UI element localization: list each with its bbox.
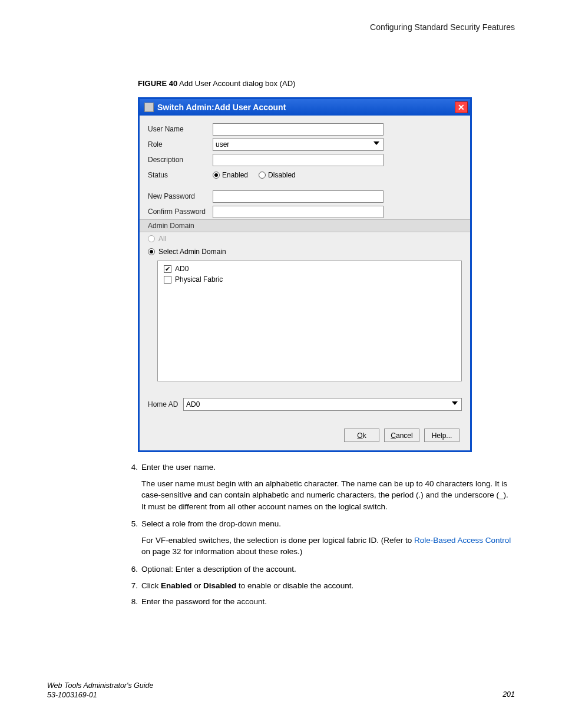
step-number: 6. xyxy=(125,564,138,575)
cancel-button[interactable]: Cancel xyxy=(384,429,419,442)
description-input[interactable] xyxy=(213,154,384,166)
t: to enable or disable the account. xyxy=(236,581,353,590)
chevron-down-icon xyxy=(452,401,458,405)
app-icon xyxy=(144,103,154,112)
status-disabled-radio[interactable]: Disabled xyxy=(259,171,296,179)
description-label: Description xyxy=(148,156,213,164)
rbac-link[interactable]: Role-Based Access Control xyxy=(414,536,511,545)
ad-all-label: All xyxy=(158,235,166,243)
ad-select-radio[interactable]: Select Admin Domain xyxy=(140,245,470,258)
ok-button[interactable]: Ok xyxy=(344,429,379,442)
checkbox-icon xyxy=(164,276,171,284)
figure-label: FIGURE 40 xyxy=(138,79,177,88)
radio-icon xyxy=(213,172,220,179)
status-enabled-radio[interactable]: Enabled xyxy=(213,171,248,179)
help-button[interactable]: Help... xyxy=(424,429,459,442)
radio-icon xyxy=(148,235,155,242)
username-label: User Name xyxy=(148,125,213,133)
step-5: Select a role from the drop-down menu. xyxy=(141,518,515,530)
instruction-steps: 4. Enter the user name. The user name mu… xyxy=(125,462,515,608)
admin-domain-section: Admin Domain xyxy=(140,219,470,232)
username-input[interactable] xyxy=(213,123,384,136)
radio-icon xyxy=(259,172,266,179)
ad-item-label: AD0 xyxy=(175,265,189,273)
t: Disabled xyxy=(203,581,236,590)
new-password-input[interactable] xyxy=(213,190,384,203)
step-number: 7. xyxy=(125,580,138,592)
step-7: Click Enabled or Disabled to enable or d… xyxy=(141,580,515,592)
page-header: Configuring Standard Security Features xyxy=(370,22,515,32)
status-label: Status xyxy=(148,171,213,179)
dialog-title: Switch Admin:Add User Account xyxy=(157,103,455,112)
figure-caption: FIGURE 40 Add User Account dialog box (A… xyxy=(138,79,515,88)
ad-select-label: Select Admin Domain xyxy=(158,248,226,256)
step-8: Enter the password for the account. xyxy=(141,596,515,608)
step-4-detail: The user name must begin with an alphabe… xyxy=(141,478,515,513)
status-disabled-label: Disabled xyxy=(268,171,296,179)
step-5-text-b: on page 32 for information about these r… xyxy=(141,547,302,556)
status-enabled-label: Enabled xyxy=(222,171,248,179)
dialog-titlebar[interactable]: Switch Admin:Add User Account ✕ xyxy=(140,99,470,116)
admin-domain-list[interactable]: AD0 Physical Fabric xyxy=(157,261,462,381)
step-5-text-a: For VF-enabled switches, the selection i… xyxy=(141,536,414,545)
role-dropdown[interactable]: user xyxy=(213,138,384,151)
t: or xyxy=(192,581,204,590)
close-icon[interactable]: ✕ xyxy=(455,101,468,113)
step-number: 4. xyxy=(125,462,138,473)
step-5-detail: For VF-enabled switches, the selection i… xyxy=(141,535,515,558)
ad-item-ad0[interactable]: AD0 xyxy=(164,265,455,273)
step-number: 8. xyxy=(125,596,138,608)
role-label: Role xyxy=(148,140,213,149)
footer-left: Web Tools Administrator's Guide 53-10031… xyxy=(47,681,153,700)
footer-pagenum: 201 xyxy=(503,690,515,699)
radio-icon xyxy=(148,248,155,255)
t: Click xyxy=(141,581,161,590)
figure-caption-text: Add User Account dialog box (AD) xyxy=(179,79,295,88)
t: Enabled xyxy=(161,581,192,590)
step-number: 5. xyxy=(125,518,138,530)
step-6: Optional: Enter a description of the acc… xyxy=(141,564,515,575)
dialog-body: User Name Role user Description Status E… xyxy=(140,116,470,450)
newpw-label: New Password xyxy=(148,192,213,200)
checkbox-icon xyxy=(164,265,171,273)
homead-value: AD0 xyxy=(186,400,200,409)
homead-dropdown[interactable]: AD0 xyxy=(183,398,462,411)
role-value: user xyxy=(216,140,229,149)
footer-guide: Web Tools Administrator's Guide xyxy=(47,681,153,690)
homead-label: Home AD xyxy=(148,400,183,409)
step-4: Enter the user name. xyxy=(141,462,515,473)
add-user-dialog: Switch Admin:Add User Account ✕ User Nam… xyxy=(138,97,472,452)
ad-item-physical-fabric[interactable]: Physical Fabric xyxy=(164,275,455,284)
confirmpw-label: Confirm Password xyxy=(148,207,213,216)
footer-docnum: 53-1003169-01 xyxy=(47,690,153,700)
confirm-password-input[interactable] xyxy=(213,206,384,218)
chevron-down-icon xyxy=(373,141,379,145)
ad-item-label: Physical Fabric xyxy=(175,275,223,284)
ad-all-radio: All xyxy=(140,232,470,245)
